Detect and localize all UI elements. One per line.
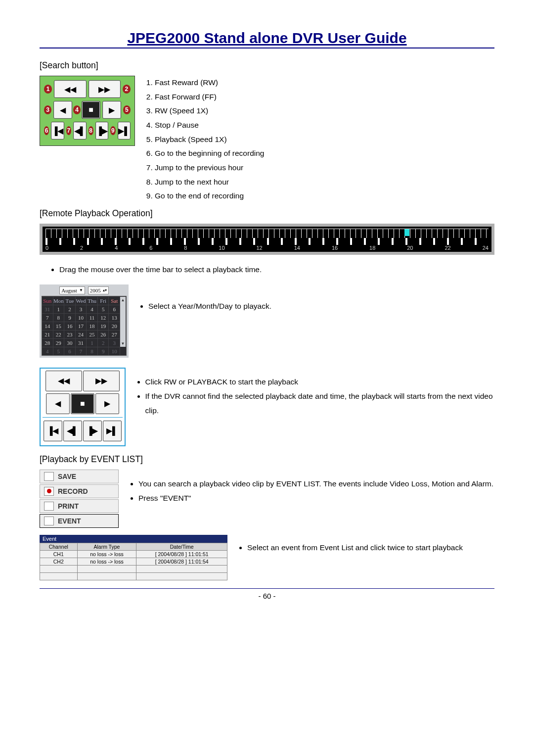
list-item: Press "EVENT" (138, 491, 493, 506)
month-select[interactable]: August▼ (59, 286, 85, 294)
fast-forward-button[interactable]: ▶▶ (83, 371, 120, 391)
goto-end-button[interactable]: ▶▌ (103, 421, 122, 441)
calendar-grid: Sun Mon Tue Wed Thu Fri Sat ▲▼ 31123456 … (42, 296, 127, 356)
playback-panel-labeled: 1 ◀◀ ▶▶ 2 3 ◀ 4 ■ ▶ 5 6 ▐◀ 7 ◀▌ 8 ▐▶ 9 (40, 76, 135, 146)
legend-item: Stop / Pause (155, 118, 264, 133)
list-item: If the DVR cannot find the selected play… (145, 389, 495, 418)
next-hour-button[interactable]: ▐▶ (83, 421, 102, 441)
list-icon (44, 517, 54, 525)
chevron-down-icon: ▼ (79, 288, 83, 292)
rw-button[interactable]: ◀ (53, 101, 72, 119)
legend-item: RW (Speed 1X) (155, 104, 264, 118)
prev-hour-button[interactable]: ◀▌ (73, 122, 86, 140)
event-window-title: Event (40, 535, 227, 543)
table-row[interactable]: CH2no loss -> loss[ 2004/08/28 ] 11:01:5… (40, 558, 227, 565)
stop-pause-button[interactable]: ■ (82, 101, 100, 119)
next-hour-button[interactable]: ▐▶ (95, 122, 108, 140)
table-row[interactable]: CH1no loss -> loss[ 2004/08/28 ] 11:01:5… (40, 550, 227, 558)
col-datetime: Date/Time (136, 543, 227, 550)
legend-item: Jump to the next hour (155, 175, 264, 189)
legend-item: Playback (Speed 1X) (155, 133, 264, 147)
legend-item: Jump to the previous hour (155, 161, 264, 175)
callout-7: 7 (66, 126, 71, 135)
legend-item: Go to the beginning of recording (155, 146, 264, 161)
event-list-notes: You can search a playback video clip by … (129, 477, 493, 505)
prev-hour-button[interactable]: ◀▌ (63, 421, 82, 441)
section-event-list: [Playback by EVENT LIST] (40, 454, 494, 465)
event-window: Event Channel Alarm Type Date/Time CH1no… (40, 535, 227, 580)
goto-begin-button[interactable]: ▐◀ (44, 421, 62, 441)
section-search-button: [Search button] (40, 60, 494, 71)
calendar-note: Select a Year/Month/Day to playack. (138, 299, 271, 314)
col-channel: Channel (40, 543, 78, 550)
event-table-note: Select an event from Event List and clic… (237, 541, 463, 555)
callout-9: 9 (110, 126, 115, 135)
list-item: Click RW or PLAYBACK to start the playba… (145, 375, 495, 389)
table-row (40, 572, 227, 580)
col-alarm-type: Alarm Type (77, 543, 136, 550)
fast-rewind-button[interactable]: ◀◀ (54, 80, 86, 98)
rw-button[interactable]: ◀ (46, 393, 70, 414)
playback-notes: Click RW or PLAYBACK to start the playba… (135, 375, 495, 418)
print-button[interactable]: PRINT (40, 499, 119, 513)
save-button[interactable]: SAVE (40, 470, 119, 483)
callout-5: 5 (123, 105, 131, 114)
time-bar-labels: 0 2 4 6 8 10 12 14 16 18 20 22 24 (45, 245, 489, 251)
fast-forward-button[interactable]: ▶▶ (89, 80, 121, 98)
calendar[interactable]: August▼ 2005▴▾ Sun Mon Tue Wed Thu Fri S… (40, 284, 129, 358)
calendar-scrollbar[interactable]: ▲▼ (120, 296, 126, 347)
record-button[interactable]: RECORD (40, 484, 119, 498)
goto-end-button[interactable]: ▶▌ (118, 122, 131, 140)
page-number: - 60 - (40, 592, 494, 600)
callout-2: 2 (123, 85, 131, 94)
callout-3: 3 (44, 105, 51, 114)
printer-icon (44, 502, 54, 511)
time-bar[interactable]: 0 2 4 6 8 10 12 14 16 18 20 22 24 (40, 224, 494, 255)
event-button[interactable]: EVENT (40, 514, 119, 528)
callout-8: 8 (89, 126, 93, 135)
fast-rewind-button[interactable]: ◀◀ (45, 371, 82, 391)
callout-1: 1 (44, 85, 52, 94)
search-button-legend: Fast Reward (RW) Fast Forward (FF) RW (S… (145, 76, 264, 203)
footer-separator (40, 588, 494, 589)
section-remote-playback: [Remote Playback Operation] (40, 208, 494, 219)
goto-begin-button[interactable]: ▐◀ (51, 122, 64, 140)
list-item: Drag the mouse over the time bar to sele… (59, 263, 494, 277)
time-bar-note: Drag the mouse over the time bar to sele… (40, 263, 494, 277)
playback-button[interactable]: ▶ (102, 101, 121, 119)
menu-button-list: SAVE RECORD PRINT EVENT (40, 470, 119, 529)
record-icon (44, 487, 54, 496)
page-title: JPEG2000 Stand alone DVR User Guide (40, 30, 494, 48)
event-table: Channel Alarm Type Date/Time CH1no loss … (40, 543, 227, 580)
playback-panel-small: ◀◀ ▶▶ ◀ ■ ▶ ▐◀ ◀▌ ▐▶ ▶▌ (40, 368, 126, 446)
legend-item: Go to the end of recording (155, 189, 264, 203)
legend-item: Fast Reward (RW) (155, 76, 264, 90)
stop-pause-button[interactable]: ■ (71, 393, 94, 414)
list-item: You can search a playback video clip by … (138, 477, 493, 491)
callout-4: 4 (73, 105, 81, 114)
playback-button[interactable]: ▶ (95, 393, 119, 414)
floppy-icon (44, 472, 54, 481)
list-item: Select a Year/Month/Day to playack. (148, 299, 271, 314)
legend-item: Fast Forward (FF) (155, 90, 264, 104)
spinner-icon: ▴▾ (103, 288, 107, 292)
table-row (40, 565, 227, 572)
year-select[interactable]: 2005▴▾ (88, 286, 109, 294)
list-item: Select an event from Event List and clic… (247, 541, 463, 555)
callout-6: 6 (44, 126, 49, 135)
